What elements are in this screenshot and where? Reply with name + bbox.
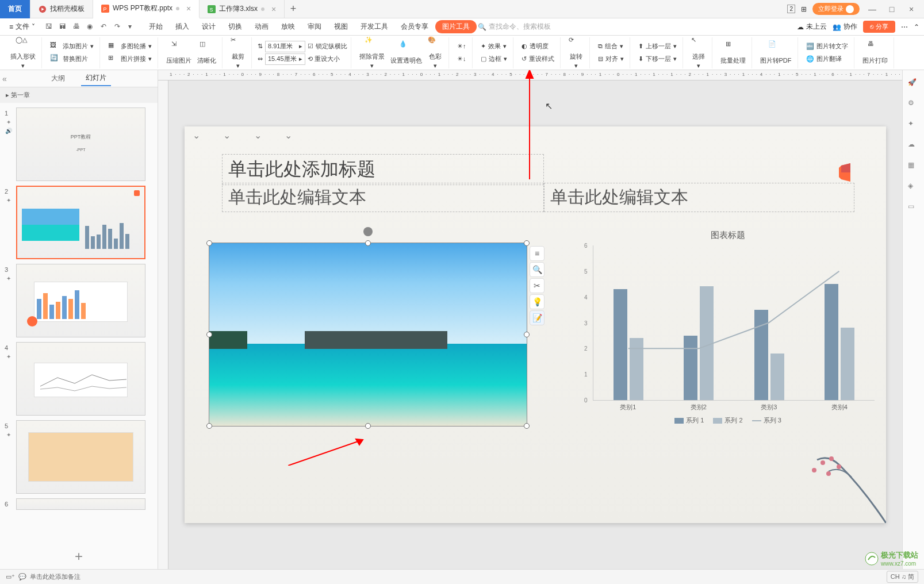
color-button[interactable]: 🎨色彩▾: [425, 35, 445, 71]
minimize-button[interactable]: —: [865, 5, 879, 14]
move-down-button[interactable]: ⬇下移一层▾: [636, 53, 679, 66]
reset-size-button[interactable]: ⟲ 重设大小: [308, 55, 340, 63]
share-button[interactable]: ⎋ 分享: [863, 21, 895, 33]
crop-button[interactable]: ✂裁剪▾: [228, 35, 248, 71]
tab-xlsx[interactable]: S 工作簿3.xlsx ×: [200, 0, 285, 18]
align-button[interactable]: ⊟对齐▾: [596, 53, 626, 66]
ftool-crop-icon[interactable]: ✂: [530, 278, 545, 293]
menu-review[interactable]: 审阅: [302, 20, 327, 34]
menu-design[interactable]: 设计: [196, 20, 221, 34]
thumbnail-5[interactable]: [16, 420, 145, 494]
menu-insert[interactable]: 插入: [170, 20, 195, 34]
close-button[interactable]: ×: [904, 5, 918, 14]
cloud-sync-icon[interactable]: ☁: [908, 140, 919, 152]
maximize-button[interactable]: □: [885, 5, 899, 14]
thumbnail-3[interactable]: [16, 264, 145, 337]
present-icon[interactable]: ▭: [908, 202, 919, 214]
rotate-handle[interactable]: [363, 227, 373, 236]
dropdown-icon[interactable]: ▾: [128, 22, 137, 32]
apps-icon[interactable]: ⊞: [801, 5, 807, 13]
batch-button[interactable]: ⊞批量处理: [718, 39, 748, 66]
menu-transition[interactable]: 切换: [223, 20, 248, 34]
cloud-status[interactable]: ☁未上云: [797, 22, 827, 32]
tab-add-button[interactable]: +: [285, 3, 302, 15]
more-icon[interactable]: ⋯: [901, 23, 908, 31]
transparent-color-button[interactable]: 💧设置透明色: [388, 39, 424, 66]
stitch-button[interactable]: ⊞图片拼接▾: [106, 53, 154, 66]
brightness-up-button[interactable]: ☀↑: [455, 40, 469, 53]
rocket-icon[interactable]: 🚀: [908, 78, 919, 90]
tab-ppt[interactable]: P WPS PPT教程.pptx ×: [93, 0, 200, 18]
to-text-button[interactable]: 🔤图片转文字: [804, 40, 850, 53]
resize-handle-n[interactable]: [365, 240, 371, 246]
star-icon[interactable]: ✦: [908, 120, 919, 131]
resize-handle-w[interactable]: [206, 332, 212, 337]
brightness-down-button[interactable]: ☀↓: [455, 53, 469, 66]
tab-home[interactable]: 首页: [0, 0, 30, 18]
resize-handle-se[interactable]: [524, 423, 530, 429]
select-button[interactable]: ↖选择▾: [689, 35, 708, 71]
close-icon[interactable]: ×: [186, 4, 191, 13]
slides-tab[interactable]: 幻灯片: [81, 71, 111, 86]
resize-handle-sw[interactable]: [206, 423, 212, 429]
text-placeholder-1[interactable]: 单击此处编辑文本: [222, 183, 544, 212]
move-up-button[interactable]: ⬆上移一层▾: [636, 40, 679, 53]
save-icon[interactable]: 🖫: [45, 22, 55, 32]
notes-icon[interactable]: ▭⁺: [6, 573, 15, 581]
selected-image[interactable]: [209, 243, 527, 427]
combine-button[interactable]: ⧉组合▾: [596, 40, 626, 53]
title-placeholder[interactable]: 单击此处添加标题: [222, 154, 544, 185]
replace-image-button[interactable]: 🔄替换图片: [48, 53, 90, 66]
transparency-button[interactable]: ◐透明度: [519, 40, 551, 53]
chart[interactable]: 图表标题 0 1 2 3 4 5 6: [581, 230, 875, 425]
border-button[interactable]: ▢边框▾: [478, 53, 509, 66]
menu-member[interactable]: 会员专享: [395, 20, 434, 34]
tab-templates[interactable]: 找稻壳模板: [30, 0, 93, 18]
ime-status[interactable]: CH ♫ 简: [887, 571, 918, 583]
insert-shape-button[interactable]: ◯△插入形状▾: [8, 35, 38, 71]
thumbnail-4[interactable]: [16, 342, 145, 416]
thumbnail-2[interactable]: [16, 186, 145, 259]
menu-animation[interactable]: 动画: [249, 20, 274, 34]
menu-view[interactable]: 视图: [328, 20, 354, 34]
resize-handle-nw[interactable]: [206, 240, 212, 246]
diamond-icon[interactable]: ◈: [908, 182, 919, 193]
compress-button[interactable]: ⇲压缩图片: [164, 39, 194, 66]
add-slide-button[interactable]: +: [0, 544, 158, 569]
print-icon[interactable]: 🖶: [73, 22, 82, 32]
collapse-ribbon-icon[interactable]: ⌃: [914, 23, 919, 31]
search-input[interactable]: 🔍 查找命令、搜索模板: [478, 22, 551, 32]
ftool-edit-icon[interactable]: 📝: [530, 310, 545, 325]
notes-placeholder[interactable]: 单击此处添加备注: [30, 573, 80, 581]
resize-handle-ne[interactable]: [524, 240, 530, 246]
thumbnail-1[interactable]: PPT教程-PPT: [16, 107, 145, 181]
preview-icon[interactable]: ◉: [87, 22, 96, 32]
menu-image-tools[interactable]: 图片工具: [435, 20, 477, 33]
login-button[interactable]: 立即登录: [812, 3, 860, 15]
reset-style-button[interactable]: ↺重设样式: [519, 53, 557, 66]
settings-icon[interactable]: ⚙: [908, 99, 919, 110]
menu-start[interactable]: 开始: [143, 20, 168, 34]
outline-tab[interactable]: 大纲: [47, 71, 70, 86]
ftool-bulb-icon[interactable]: 💡: [530, 294, 545, 309]
print-img-button[interactable]: 🖶图片打印: [860, 39, 890, 66]
slide-canvas[interactable]: ⌄ ⌄ ⌄ ⌄ 单击此处添加标题 单击此处编辑文本 单击此处编辑文本: [185, 126, 886, 523]
rotate-button[interactable]: ⟳旋转▾: [566, 35, 586, 71]
file-menu[interactable]: ≡ 文件 ˅: [5, 22, 40, 32]
ftool-zoom-icon[interactable]: 🔍: [530, 262, 545, 277]
width-input[interactable]: 15.45厘米▸: [265, 53, 305, 65]
comment-icon[interactable]: 💬: [18, 573, 26, 581]
resize-handle-e[interactable]: [524, 332, 530, 337]
close-icon[interactable]: ×: [271, 5, 276, 14]
ftool-layers-icon[interactable]: ≡: [530, 246, 545, 261]
menu-devtools[interactable]: 开发工具: [355, 20, 394, 34]
to-pdf-button[interactable]: 📄图片转PDF: [758, 39, 794, 66]
effect-button[interactable]: ✦效果▾: [478, 40, 509, 53]
text-placeholder-2[interactable]: 单击此处编辑文本: [544, 183, 854, 212]
translate-button[interactable]: 🌐图片翻译: [804, 53, 844, 66]
section-label[interactable]: ▸ 第一章: [0, 87, 158, 103]
resize-handle-s[interactable]: [365, 423, 371, 429]
add-image-button[interactable]: 🖼添加图片▾: [48, 40, 96, 53]
menu-slideshow[interactable]: 放映: [275, 20, 301, 34]
undo-icon[interactable]: ↶: [101, 22, 110, 32]
